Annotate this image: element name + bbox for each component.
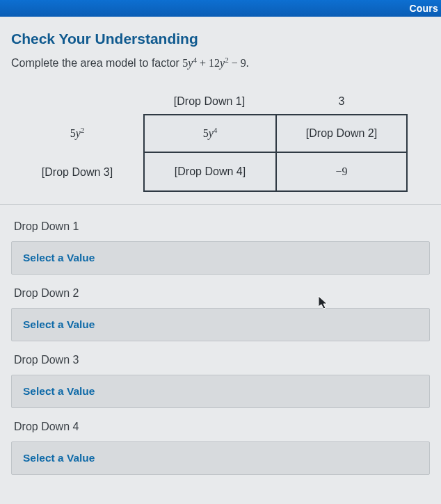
dropdown-4-select[interactable]: Select a Value bbox=[11, 441, 430, 475]
dropdown-1-label: Drop Down 1 bbox=[11, 212, 430, 241]
dropdown-2-select[interactable]: Select a Value bbox=[11, 308, 430, 341]
dropdown-3-select[interactable]: Select a Value bbox=[11, 375, 430, 408]
prompt-text: Complete the area model to factor 5y4 + … bbox=[11, 57, 430, 70]
cell-r1c1: 5y4 bbox=[143, 114, 275, 153]
col-header-2: 3 bbox=[339, 95, 345, 108]
col-header-1: [Drop Down 1] bbox=[174, 95, 245, 108]
section-heading: Check Your Understanding bbox=[11, 31, 430, 47]
expression: 5y4 + 12y2 − 9. bbox=[182, 57, 248, 69]
area-model: [Drop Down 1] 3 5y2 5y4 [Drop Down 2] [D… bbox=[11, 89, 430, 192]
dropdown-4-label: Drop Down 4 bbox=[11, 412, 430, 441]
course-link[interactable]: Cours bbox=[410, 3, 441, 14]
dropdown-2-label: Drop Down 2 bbox=[11, 279, 430, 308]
row-header-1: 5y2 bbox=[70, 127, 85, 140]
cell-r2c2: −9 bbox=[275, 153, 408, 192]
cell-r2c1: [Drop Down 4] bbox=[143, 153, 275, 192]
dropdown-3-label: Drop Down 3 bbox=[11, 346, 430, 375]
row-header-2: [Drop Down 3] bbox=[42, 166, 113, 179]
dropdown-section: Drop Down 1 Select a Value Drop Down 2 S… bbox=[11, 205, 430, 475]
separator bbox=[0, 204, 441, 205]
dropdown-1-select[interactable]: Select a Value bbox=[11, 241, 430, 275]
top-bar: Cours bbox=[0, 0, 441, 17]
cell-r1c2: [Drop Down 2] bbox=[275, 114, 408, 153]
